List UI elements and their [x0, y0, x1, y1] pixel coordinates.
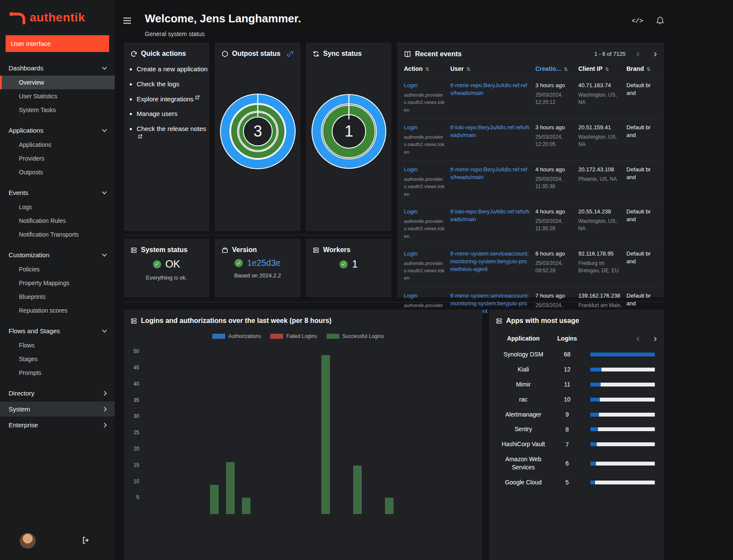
sidebar-section-applications[interactable]: Applications [0, 123, 115, 138]
sidebar-item-reputation-scores[interactable]: Reputation scores [0, 304, 115, 317]
pagination-top: 1 - 6 of 7125 [594, 49, 657, 58]
app-usage-row: HashiCorp Vault 7 [496, 437, 657, 452]
event-action-link[interactable]: Login [404, 124, 418, 131]
pagination-prev-button[interactable] [636, 49, 641, 58]
event-user-link[interactable]: tf-mimir-system:serviceaccount:monitorin… [450, 250, 529, 272]
authentik-logo[interactable]: authentik [0, 0, 115, 30]
sidebar-section-customization[interactable]: Customization [0, 247, 115, 262]
sidebar-item-property-mappings[interactable]: Property Mappings [0, 276, 115, 290]
event-row[interactable]: Loginauthentik.providers.oauth2.views.to… [404, 77, 658, 119]
sidebar-section-directory[interactable]: Directory [0, 386, 115, 401]
menu-toggle-icon[interactable] [122, 16, 133, 25]
version-link[interactable]: 1e25d3e [247, 258, 281, 268]
event-user-link[interactable]: tf-loki-repo:BeryJu/k8s:ref:refs/heads/m… [450, 208, 529, 222]
link-icon[interactable] [287, 51, 293, 57]
apps-icon [496, 318, 502, 324]
quick-action-manage-users[interactable]: Manage users [137, 110, 177, 117]
app-layout: authentik User interface Dashboards Over… [0, 0, 733, 560]
event-action-link[interactable]: Login [404, 292, 418, 299]
column-header-action[interactable]: Action⇅ [404, 62, 450, 77]
section-divider [124, 235, 391, 235]
sidebar-section-dashboards[interactable]: Dashboards [0, 61, 115, 76]
column-header-client-ip[interactable]: Client IP⇅ [578, 62, 626, 77]
top-bar: Welcome, Jens Langhammer. General system… [115, 0, 733, 40]
quick-action-release-notes[interactable]: Check the release notes [137, 125, 206, 132]
workers-icon [313, 247, 319, 253]
sidebar-item-flows[interactable]: Flows [0, 338, 115, 352]
apps-table-header: Application Logins [496, 331, 657, 347]
column-header-user[interactable]: User⇅ [450, 62, 535, 77]
page-heading: Welcome, Jens Langhammer. General system… [145, 12, 301, 37]
event-user-link[interactable]: tf-mimir-repo:BeryJu/k8s:ref:refs/heads/… [450, 82, 527, 96]
logo-wordmark: authentik [30, 11, 85, 24]
chevron-down-icon [102, 252, 107, 256]
sidebar-item-user-statistics[interactable]: User Statistics [0, 89, 115, 103]
sidebar-item-system-tasks[interactable]: System Tasks [0, 103, 115, 117]
sidebar-section-flows-and-stages[interactable]: Flows and Stages [0, 323, 115, 338]
event-time-relative: 4 hours ago [535, 208, 574, 216]
sidebar-item-stages[interactable]: Stages [0, 352, 115, 366]
user-avatar[interactable] [20, 533, 36, 549]
event-timestamp: 25/03/2024, 11:35:38 [535, 176, 574, 190]
event-app: authentik.providers.oauth2.views.token [404, 176, 446, 198]
event-action-link[interactable]: Login [404, 250, 418, 257]
column-header-creation[interactable]: Creatio...⇅ [535, 62, 578, 77]
outpost-count: 3 [253, 122, 262, 140]
pagination-next-button[interactable] [652, 49, 657, 58]
card-title-row: Sync status [306, 43, 391, 60]
sidebar-item-prompts[interactable]: Prompts [0, 366, 115, 380]
legend-label: Successful Logins [342, 333, 384, 339]
dashboard-content: Quick actions Create a new application C… [115, 40, 733, 560]
list-item: Check the logs [137, 79, 209, 89]
usage-bar-fill [590, 413, 599, 417]
event-row[interactable]: Loginauthentik.providers.oauth2.views.to… [404, 161, 658, 203]
sidebar-section-events[interactable]: Events [0, 185, 115, 200]
sidebar-section-system[interactable]: System [0, 402, 115, 417]
stat-body: ✓ 1e25d3e Based on 2024.2.2 [215, 258, 300, 279]
chart-bar [385, 498, 394, 514]
sidebar-item-notification-transports[interactable]: Notification Transports [0, 228, 115, 241]
column-header-brand[interactable]: Brand⇅ [626, 62, 658, 77]
sidebar-item-blueprints[interactable]: Blueprints [0, 290, 115, 304]
logout-button[interactable] [82, 536, 90, 545]
usage-bar [590, 427, 655, 431]
sidebar-section-enterprise[interactable]: Enterprise [0, 417, 115, 432]
chart-bar [353, 466, 362, 514]
sync-count: 1 [344, 122, 353, 140]
sidebar-item-policies[interactable]: Policies [0, 262, 115, 276]
app-name: rac [496, 396, 551, 404]
legend-swatch-authorizations [212, 334, 225, 339]
api-code-icon[interactable]: </> [632, 18, 643, 25]
event-time-relative: 3 hours ago [535, 82, 574, 89]
event-row[interactable]: Loginauthentik.providers.oauth2.views.to… [404, 245, 658, 287]
sidebar-item-overview[interactable]: Overview [0, 76, 115, 89]
quick-action-explore-integrations[interactable]: Explore integrations [137, 95, 194, 103]
chevron-right-icon [102, 407, 107, 411]
sidebar-item-providers[interactable]: Providers [0, 152, 115, 165]
user-interface-button[interactable]: User interface [6, 35, 109, 52]
notifications-bell-icon[interactable] [656, 16, 664, 26]
event-user-link[interactable]: tf-mimir-repo:BeryJu/k8s:ref:refs/heads/… [450, 166, 527, 180]
sidebar-footer [0, 526, 115, 560]
event-action-link[interactable]: Login [404, 208, 418, 215]
server-icon [131, 247, 137, 253]
quick-action-create-application[interactable]: Create a new application [137, 65, 208, 73]
sidebar-item-logs[interactable]: Logs [0, 200, 115, 214]
usage-bar [590, 462, 655, 466]
card-title-row: System status [124, 239, 209, 256]
event-user-link[interactable]: tf-loki-repo:BeryJu/k8s:ref:refs/heads/m… [450, 124, 529, 138]
event-action-link[interactable]: Login [404, 82, 418, 88]
check-circle-icon: ✓ [153, 260, 161, 268]
usage-bar [590, 368, 655, 371]
quick-action-check-logs[interactable]: Check the logs [137, 80, 179, 88]
section-label: Customization [9, 251, 49, 259]
sidebar-item-outposts[interactable]: Outposts [0, 165, 115, 179]
event-brand: Default brand [626, 166, 654, 181]
event-row[interactable]: Loginauthentik.providers.oauth2.views.to… [404, 203, 658, 245]
event-row[interactable]: Loginauthentik.providers.oauth2.views.to… [404, 119, 658, 161]
stat-body: ✓ 1 [306, 258, 391, 270]
sidebar-item-applications[interactable]: Applications [0, 138, 115, 152]
event-app: authentik.providers.oauth2.views.token [404, 260, 446, 282]
event-action-link[interactable]: Login [404, 166, 418, 173]
sidebar-item-notification-rules[interactable]: Notification Rules [0, 214, 115, 228]
